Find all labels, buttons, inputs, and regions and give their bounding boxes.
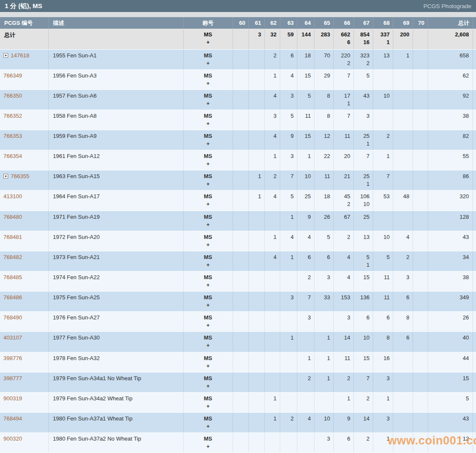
ms-count: 7 [281, 173, 294, 180]
ms-count: 1 [266, 415, 277, 423]
pcgs-number-link[interactable]: 766353 [3, 133, 22, 139]
ms-count: 21 [335, 173, 350, 180]
ms-count [266, 375, 277, 382]
pcgs-number-link[interactable]: 766354 [3, 153, 22, 159]
pcgs-number-link[interactable]: 768490 [3, 314, 22, 321]
pcgs-number-link[interactable]: 413100 [3, 193, 22, 200]
cell-grade-64 [297, 392, 314, 412]
ms-count [250, 375, 261, 382]
description-cell: 1972 Fen Sun-A20 [48, 231, 183, 251]
pcgs-number-link[interactable]: 900319 [3, 395, 22, 402]
ms-count: 1 [374, 435, 390, 443]
photograde-link[interactable]: PCGS Photograde [423, 3, 471, 9]
designation-cell: MS+ [183, 292, 233, 312]
designation-ms: MS [184, 31, 233, 39]
cell-grade-66: 2202 [333, 49, 353, 69]
ms-count: 25 [355, 132, 370, 140]
ms-count: 2 [355, 395, 370, 402]
ms-count: 3 [355, 112, 370, 120]
ms-count [414, 294, 425, 301]
ms-count: 662 [335, 31, 350, 39]
total-cell: 40 [428, 332, 473, 352]
pcgs-number-link[interactable]: 768480 [3, 214, 22, 220]
ms-count: 5 [298, 92, 311, 100]
cell-grade-69: 1 [393, 49, 413, 69]
designation-cell: MS+ [183, 352, 233, 372]
ms-count: 15 [298, 132, 311, 140]
stub-cell [473, 251, 476, 271]
pcgs-number-link[interactable]: 900320 [3, 435, 22, 442]
plus-count: 16 [355, 39, 370, 46]
description-cell: 1961 Fen Sun-A12 [48, 150, 183, 170]
ms-count: 1 [281, 213, 294, 221]
ms-count [234, 233, 245, 241]
pcgs-number-link[interactable]: 768494 [3, 415, 22, 422]
ms-count: 1 [315, 355, 330, 362]
cell-grade-62 [264, 332, 280, 352]
plus-count: 6 [335, 39, 350, 46]
cell-grade-64: 5 [297, 89, 314, 110]
designation-plus: + [184, 100, 233, 107]
pcgs-number-link[interactable]: 768481 [3, 234, 22, 240]
ms-count: 7 [374, 173, 390, 180]
cell-grade-69 [393, 150, 413, 170]
cell-grade-60 [233, 170, 248, 191]
ms-count: 17 [335, 92, 350, 100]
cell-grade-69 [393, 392, 413, 412]
cell-grade-65: 283 [314, 29, 333, 49]
cell-grade-69: 48 [393, 191, 413, 211]
pcgs-number-link[interactable]: 398777 [3, 375, 22, 381]
ms-count [414, 274, 425, 281]
ms-count [234, 294, 245, 301]
pcgs-number-link[interactable]: 403107 [3, 334, 22, 341]
cell-grade-64: 144 [297, 29, 314, 49]
expand-icon[interactable] [3, 174, 8, 179]
cell-grade-66: 14 [333, 332, 353, 352]
pcgs-number-link[interactable]: 768486 [3, 294, 22, 301]
cell-grade-61 [248, 130, 264, 150]
cell-grade-66: 4 [333, 271, 353, 292]
pcgs-number-link[interactable]: 147618 [11, 52, 29, 59]
pcgs-number-link[interactable]: 766349 [3, 72, 22, 79]
designation-plus: + [184, 261, 233, 269]
pcgs-number-cell: 768490 [0, 312, 48, 332]
total-cell: 92 [428, 89, 473, 110]
designation-cell: MS+ [183, 413, 233, 433]
ms-count [298, 395, 311, 402]
pcgs-number-cell: 768494 [0, 413, 48, 433]
table-row: 1476181955 Fen Sun-A1MS+ 261870220232321… [0, 49, 476, 69]
pcgs-number-cell: 768482 [0, 251, 48, 271]
cell-grade-62 [264, 352, 280, 372]
cell-grade-64: 2 [297, 372, 314, 392]
pcgs-number-cell: 766350 [0, 89, 48, 110]
pcgs-number-cell: 766354 [0, 150, 48, 170]
ms-count [234, 173, 245, 180]
designation-cell: MS+ [183, 392, 233, 412]
ms-count [414, 132, 425, 140]
ms-count: 128 [429, 213, 469, 221]
cell-grade-68: 13 [373, 49, 393, 69]
table-row: 3987771979 Fen Sun-A34a1 No Wheat TipMS+… [0, 372, 476, 392]
cell-grade-65: 8 [314, 110, 333, 130]
plus-count: 1 [355, 261, 370, 269]
pcgs-number-link[interactable]: 768482 [3, 254, 22, 260]
cell-grade-64: 7 [297, 292, 314, 312]
pcgs-number-link[interactable]: 766352 [3, 113, 22, 119]
cell-grade-61 [248, 89, 264, 110]
total-cell: 34 [428, 251, 473, 271]
ms-count [234, 274, 245, 281]
cell-grade-69: 200 [393, 29, 413, 49]
ms-count: 136 [355, 294, 370, 301]
expand-icon[interactable] [3, 53, 8, 58]
pcgs-number-link[interactable]: 768485 [3, 274, 22, 280]
pcgs-number-link[interactable]: 766355 [11, 173, 29, 179]
ms-count: 1 [266, 233, 277, 241]
cell-grade-62: 4 [264, 130, 280, 150]
ms-count: 3 [281, 294, 294, 301]
pcgs-number-link[interactable]: 766350 [3, 92, 22, 99]
ms-count: 854 [355, 31, 370, 39]
pcgs-number-link[interactable]: 398776 [3, 355, 22, 361]
designation-plus: + [184, 221, 233, 229]
ms-count [234, 314, 245, 322]
ms-count: 53 [374, 193, 390, 200]
